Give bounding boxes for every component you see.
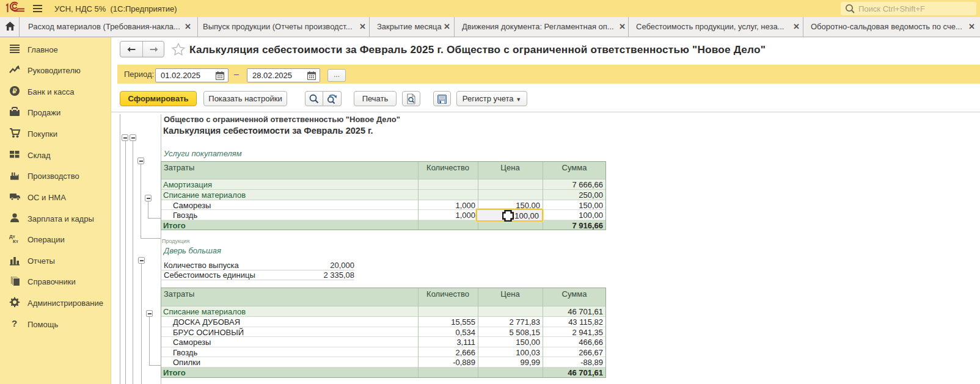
svg-text:Кт: Кт (13, 239, 18, 244)
svg-text:?: ? (12, 318, 17, 328)
svg-text:₽: ₽ (13, 87, 17, 95)
